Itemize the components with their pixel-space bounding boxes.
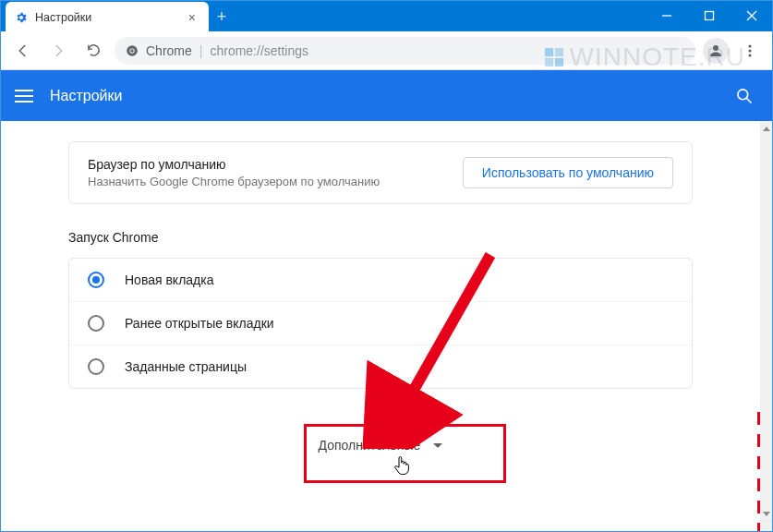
profile-button[interactable] [703, 38, 729, 64]
svg-rect-1 [706, 12, 714, 20]
startup-option-specific[interactable]: Заданные страницы [69, 345, 692, 388]
advanced-label: Дополнительные [319, 438, 421, 453]
settings-content: Браузер по умолчанию Назначить Google Ch… [1, 121, 760, 531]
svg-point-6 [130, 49, 134, 53]
menu-button[interactable] [736, 37, 764, 65]
chevron-down-icon [433, 443, 442, 448]
startup-section-title: Запуск Chrome [68, 230, 693, 245]
advanced-toggle[interactable]: Дополнительные [284, 417, 477, 474]
settings-header: Настройки [0, 70, 773, 121]
cursor-hand-icon [393, 456, 410, 475]
close-icon[interactable]: × [185, 10, 199, 25]
radio-icon [88, 272, 104, 288]
svg-point-11 [738, 89, 748, 99]
forward-button[interactable] [44, 37, 72, 65]
radio-label: Заданные страницы [125, 359, 247, 374]
startup-option-continue[interactable]: Ранее открытые вкладки [69, 301, 692, 345]
hamburger-icon[interactable] [15, 90, 33, 103]
browser-toolbar: Chrome | chrome://settings [0, 31, 773, 70]
back-button[interactable] [9, 37, 37, 65]
omnibox-scheme: Chrome [146, 43, 192, 58]
minimize-button[interactable] [646, 0, 688, 31]
omnibox-separator: | [199, 43, 203, 58]
svg-point-10 [748, 54, 751, 56]
default-browser-subtitle: Назначить Google Chrome браузером по умо… [88, 175, 448, 188]
chrome-icon [126, 44, 139, 57]
radio-label: Новая вкладка [125, 272, 214, 287]
annotation-arrow-scroll [749, 407, 760, 531]
omnibox[interactable]: Chrome | chrome://settings [115, 37, 695, 65]
search-button[interactable] [731, 82, 758, 110]
page-title: Настройки [50, 88, 714, 104]
default-browser-title: Браузер по умолчанию [88, 157, 448, 172]
close-window-button[interactable] [731, 0, 773, 31]
svg-point-7 [713, 45, 719, 51]
tab-title: Настройки [35, 11, 177, 24]
scroll-up-button[interactable] [760, 121, 773, 136]
new-tab-button[interactable]: + [209, 2, 235, 31]
svg-point-8 [748, 44, 751, 47]
maximize-button[interactable] [688, 0, 731, 31]
radio-icon [88, 315, 104, 332]
startup-option-new-tab[interactable]: Новая вкладка [69, 259, 692, 301]
default-browser-card: Браузер по умолчанию Назначить Google Ch… [68, 141, 693, 204]
scroll-down-button[interactable] [760, 506, 773, 521]
svg-point-9 [748, 49, 751, 52]
browser-tab[interactable]: Настройки × [6, 2, 209, 33]
reload-button[interactable] [79, 37, 107, 65]
gear-icon [15, 11, 28, 24]
radio-label: Ранее открытые вкладки [125, 316, 274, 331]
window-titlebar: Настройки × + [0, 0, 773, 31]
radio-icon [88, 358, 104, 375]
omnibox-url: chrome://settings [210, 43, 308, 58]
startup-card: Новая вкладка Ранее открытые вкладки Зад… [68, 258, 693, 389]
vertical-scrollbar[interactable] [760, 121, 773, 521]
window-controls [646, 0, 773, 31]
set-default-button[interactable]: Использовать по умолчанию [463, 157, 673, 188]
svg-line-12 [747, 98, 752, 103]
